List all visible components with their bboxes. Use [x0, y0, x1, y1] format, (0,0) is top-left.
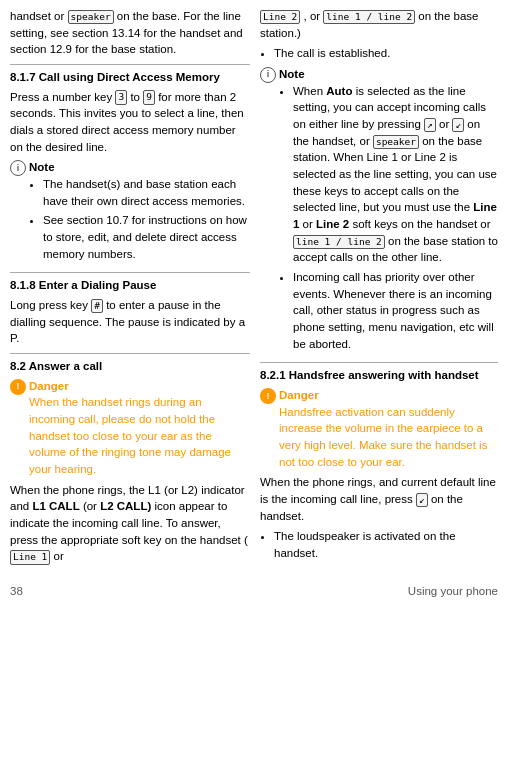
note-list-817: The handset(s) and base station each hav…	[43, 176, 250, 262]
sec818-body: Long press key # to enter a pause in the…	[10, 297, 250, 347]
danger-icon-821: !	[260, 388, 276, 404]
danger-label-82: Danger	[29, 380, 69, 392]
sec821-bullet: The loudspeaker is activated on the hand…	[274, 528, 498, 561]
note-label-right: Note	[279, 68, 305, 80]
note-item-2: See section 10.7 for instructions on how…	[43, 212, 250, 262]
line1-key-left: Line 1	[10, 550, 50, 564]
speaker-key-right: speaker	[373, 135, 419, 149]
sec817-body: Press a number key 3 to 9 for more than …	[10, 89, 250, 156]
page-footer: 38 Using your phone	[10, 583, 498, 600]
note-item-1: The handset(s) and base station each hav…	[43, 176, 250, 209]
divider-821	[260, 362, 498, 363]
danger-icon-82: !	[10, 379, 26, 395]
note-icon-817: i	[10, 160, 26, 176]
arrow-up-key: ↗	[424, 118, 436, 132]
page-label: Using your phone	[408, 583, 498, 600]
key-821: ↙	[416, 493, 428, 507]
left-column: handset or speaker on the base. For the …	[10, 8, 250, 569]
intro-para: handset or speaker on the base. For the …	[10, 8, 250, 58]
page-number: 38	[10, 583, 23, 600]
divider-818	[10, 272, 250, 273]
divider-817	[10, 64, 250, 65]
danger-text-82: When the handset rings during an incomin…	[29, 396, 231, 475]
danger-821: ! Danger Handsfree activation can sudden…	[260, 387, 498, 470]
danger-label-821: Danger	[279, 389, 319, 401]
heading-82: 8.2 Answer a call	[10, 358, 250, 375]
line2-key: Line 2	[260, 10, 300, 24]
line12-key-right: line 1 / line 2	[293, 235, 385, 249]
note-icon-right: i	[260, 67, 276, 83]
right-intro: Line 2 , or line 1 / line 2 on the base …	[260, 8, 498, 41]
key-9: 9	[143, 90, 155, 104]
sec82-body: When the phone rings, the L1 (or L2) ind…	[10, 482, 250, 565]
danger-82: ! Danger When the handset rings during a…	[10, 378, 250, 478]
line12-key: line 1 / line 2	[323, 10, 415, 24]
speaker-key: speaker	[68, 10, 114, 24]
call-established-item: The call is established.	[274, 45, 498, 62]
heading-817: 8.1.7 Call using Direct Access Memory	[10, 69, 250, 86]
note-label-817: Note	[29, 161, 55, 173]
heading-821: 8.2.1 Handsfree answering with handset	[260, 367, 498, 384]
intro-text: handset or	[10, 10, 64, 22]
divider-82	[10, 353, 250, 354]
danger-text-821: Handsfree activation can suddenly increa…	[279, 406, 487, 468]
right-note-item-2: Incoming call has priority over other ev…	[293, 269, 498, 352]
call-established-list: The call is established.	[274, 45, 498, 62]
sec821-list: The loudspeaker is activated on the hand…	[274, 528, 498, 561]
right-column: Line 2 , or line 1 / line 2 on the base …	[260, 8, 498, 569]
right-note-list: When Auto is selected as the line settin…	[293, 83, 498, 353]
key-3: 3	[115, 90, 127, 104]
key-hash: #	[91, 299, 103, 313]
note-right: i Note When Auto is selected as the line…	[260, 66, 498, 356]
arrow-down-key: ↙	[452, 118, 464, 132]
note-817: i Note The handset(s) and base station e…	[10, 159, 250, 266]
right-note-item-1: When Auto is selected as the line settin…	[293, 83, 498, 266]
sec821-body: When the phone rings, and current defaul…	[260, 474, 498, 524]
heading-818: 8.1.8 Enter a Dialing Pause	[10, 277, 250, 294]
